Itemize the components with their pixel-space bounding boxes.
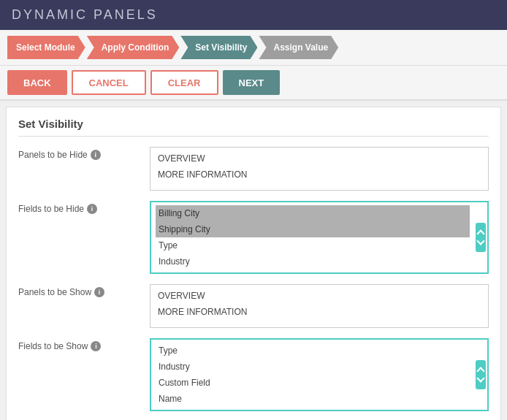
list-item[interactable]: Type (156, 343, 470, 359)
panels-hide-info-icon[interactable]: i (91, 150, 101, 160)
list-item[interactable]: Industry (156, 359, 470, 375)
list-item[interactable]: Type (156, 237, 470, 253)
fields-show-info-icon[interactable]: i (91, 341, 101, 351)
back-button[interactable]: BACK (7, 70, 67, 95)
clear-button[interactable]: CLEAR (150, 70, 218, 95)
wizard-step-set-visibility[interactable]: Set Visibility (180, 36, 257, 59)
panels-show-label: Panels to be Show i (18, 284, 150, 297)
section-title: Set Visibility (18, 118, 489, 137)
list-item[interactable]: Name (156, 391, 470, 407)
list-item[interactable]: Shipping City (156, 221, 470, 237)
fields-show-wrapper: Type Industry Custom Field Name (150, 338, 489, 411)
fields-show-label: Fields to be Show i (18, 338, 150, 351)
list-item[interactable]: Industry (156, 253, 470, 270)
panels-hide-wrapper: OVERVIEW MORE INFORMATION (150, 147, 489, 191)
scroll-indicator (476, 360, 486, 389)
list-item[interactable]: OVERVIEW (155, 288, 484, 304)
wizard-step-apply-condition[interactable]: Apply Condition (87, 36, 180, 59)
fields-hide-label: Fields to be Hide i (18, 201, 150, 214)
action-bar: BACK CANCEL CLEAR NEXT (0, 66, 507, 101)
scroll-indicator (476, 223, 486, 252)
app-title: DYNAMIC PANELS (0, 0, 507, 30)
panels-show-row: Panels to be Show i OVERVIEW MORE INFORM… (18, 284, 489, 328)
panels-hide-box[interactable]: OVERVIEW MORE INFORMATION (150, 147, 489, 191)
panels-show-box[interactable]: OVERVIEW MORE INFORMATION (150, 284, 489, 328)
list-item[interactable]: Billing City (156, 205, 470, 221)
list-item[interactable]: MORE INFORMATION (155, 167, 484, 183)
list-item[interactable]: OVERVIEW (155, 150, 484, 167)
fields-hide-row: Fields to be Hide i Billing City Shippin… (18, 201, 489, 274)
fields-hide-info-icon[interactable]: i (87, 204, 97, 214)
fields-show-row: Fields to be Show i Type Industry Custom… (18, 338, 489, 411)
content-panel: Set Visibility Panels to be Hide i OVERV… (6, 107, 501, 420)
panels-show-wrapper: OVERVIEW MORE INFORMATION (150, 284, 489, 328)
fields-show-box[interactable]: Type Industry Custom Field Name (150, 338, 489, 411)
list-item[interactable]: Custom Field (156, 375, 470, 391)
panels-show-info-icon[interactable]: i (94, 287, 104, 297)
list-item[interactable]: MORE INFORMATION (155, 304, 484, 320)
panels-hide-row: Panels to be Hide i OVERVIEW MORE INFORM… (18, 147, 489, 191)
fields-hide-wrapper: Billing City Shipping City Type Industry (150, 201, 489, 274)
panels-hide-label: Panels to be Hide i (18, 147, 150, 160)
wizard-step-select-module[interactable]: Select Module (7, 36, 85, 59)
fields-hide-box[interactable]: Billing City Shipping City Type Industry (150, 201, 489, 274)
wizard-step-assign-value[interactable]: Assign Value (259, 36, 338, 59)
wizard-bar: Select Module Apply Condition Set Visibi… (0, 30, 507, 66)
cancel-button[interactable]: CANCEL (72, 70, 146, 95)
next-button[interactable]: NEXT (223, 70, 281, 95)
